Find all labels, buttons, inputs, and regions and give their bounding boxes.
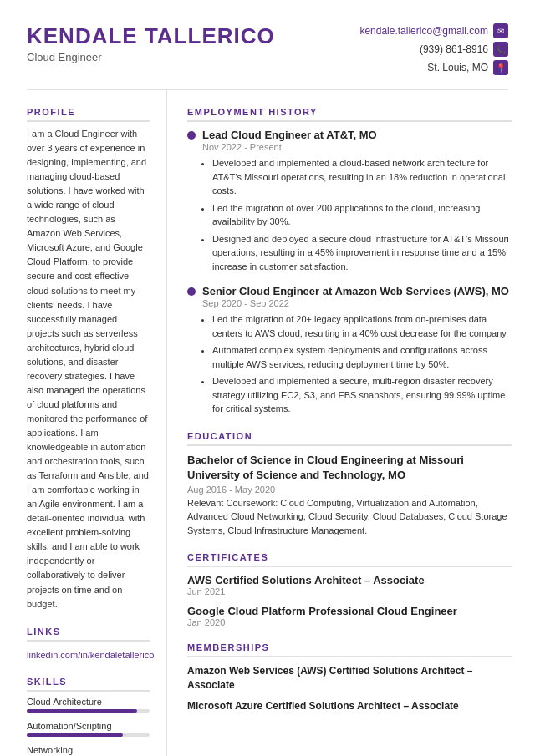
job-bullet: Led the migration of 20+ legacy applicat…: [212, 312, 512, 340]
membership-item: Amazon Web Services (AWS) Certified Solu…: [187, 664, 512, 693]
membership-name: Microsoft Azure Certified Solutions Arch…: [187, 699, 512, 713]
job-bullet: Developed and implemented a cloud-based …: [212, 156, 512, 198]
edu-coursework: Relevant Coursework: Cloud Computing, Vi…: [187, 496, 512, 538]
memberships-section: MEMBERSHIPS Amazon Web Services (AWS) Ce…: [187, 642, 512, 713]
skills-section: SKILLS Cloud Architecture Automation/Scr…: [27, 677, 150, 756]
profile-text: I am a Cloud Engineer with over 3 years …: [27, 127, 150, 611]
candidate-title: Cloud Engineer: [27, 51, 275, 63]
cert-item: Google Cloud Platform Professional Cloud…: [187, 605, 512, 627]
job-date: Sep 2020 - Sep 2022: [202, 298, 512, 308]
membership-item: Microsoft Azure Certified Solutions Arch…: [187, 699, 512, 713]
header-right: kendale.tallerico@gmail.com ✉ (939) 861-…: [359, 23, 508, 75]
links-section: LINKS linkedin.com/in/kendaletallerico: [27, 627, 150, 662]
skills-list: Cloud Architecture Automation/Scripting …: [27, 697, 150, 756]
email-link[interactable]: kendale.tallerico@gmail.com: [359, 25, 488, 37]
job-item: Lead Cloud Engineer at AT&T, MO Nov 2022…: [187, 129, 512, 273]
education-section: EDUCATION Bachelor of Science in Cloud E…: [187, 431, 512, 538]
job-date: Nov 2022 - Present: [202, 142, 512, 152]
job-bullet: Automated complex system deployments and…: [212, 343, 512, 371]
skill-item: Automation/Scripting: [27, 721, 150, 737]
job-item: Senior Cloud Engineer at Amazon Web Serv…: [187, 285, 512, 416]
skill-name: Automation/Scripting: [27, 721, 150, 731]
skill-name: Networking: [27, 745, 150, 755]
education-title: EDUCATION: [187, 431, 512, 446]
job-bullets: Led the migration of 20+ legacy applicat…: [202, 312, 512, 416]
employment-title: EMPLOYMENT HISTORY: [187, 107, 512, 122]
phone-text: (939) 861-8916: [420, 43, 488, 55]
employment-section: EMPLOYMENT HISTORY Lead Cloud Engineer a…: [187, 107, 512, 416]
location-text: St. Louis, MO: [427, 62, 488, 74]
right-column: EMPLOYMENT HISTORY Lead Cloud Engineer a…: [167, 90, 535, 756]
left-column: PROFILE I am a Cloud Engineer with over …: [0, 90, 167, 756]
email-contact: kendale.tallerico@gmail.com ✉: [359, 23, 508, 38]
skill-item: Networking: [27, 745, 150, 756]
certificates-title: CERTIFICATES: [187, 552, 512, 567]
job-dot: [187, 287, 196, 296]
education-item: Bachelor of Science in Cloud Engineering…: [187, 453, 512, 538]
header: KENDALE TALLERICO Cloud Engineer kendale…: [0, 0, 535, 89]
skill-name: Cloud Architecture: [27, 697, 150, 707]
job-bullet: Led the migration of over 200 applicatio…: [212, 201, 512, 229]
linkedin-link[interactable]: linkedin.com/in/kendaletallerico: [27, 650, 154, 660]
certificates-section: CERTIFICATES AWS Certified Solutions Arc…: [187, 552, 512, 627]
location-icon: 📍: [493, 60, 508, 75]
job-bullet: Developed and implemented a secure, mult…: [212, 374, 512, 416]
cert-item: AWS Certified Solutions Architect – Asso…: [187, 574, 512, 596]
job-title: Lead Cloud Engineer at AT&T, MO: [202, 129, 377, 141]
edu-degree: Bachelor of Science in Cloud Engineering…: [187, 453, 512, 483]
job-bullets: Developed and implemented a cloud-based …: [202, 156, 512, 273]
links-title: LINKS: [27, 627, 150, 642]
skills-title: SKILLS: [27, 677, 150, 692]
certs-list: AWS Certified Solutions Architect – Asso…: [187, 574, 512, 627]
memberships-title: MEMBERSHIPS: [187, 642, 512, 657]
memberships-list: Amazon Web Services (AWS) Certified Solu…: [187, 664, 512, 713]
job-header: Lead Cloud Engineer at AT&T, MO: [187, 129, 512, 141]
profile-title: PROFILE: [27, 107, 150, 122]
phone-contact: (939) 861-8916 📞: [420, 42, 508, 57]
edu-date: Aug 2016 - May 2020: [187, 485, 512, 495]
skill-bar-fill: [27, 709, 137, 713]
body: PROFILE I am a Cloud Engineer with over …: [0, 90, 535, 756]
membership-name: Amazon Web Services (AWS) Certified Solu…: [187, 664, 512, 693]
job-title: Senior Cloud Engineer at Amazon Web Serv…: [202, 285, 509, 297]
cert-name: AWS Certified Solutions Architect – Asso…: [187, 574, 512, 586]
profile-section: PROFILE I am a Cloud Engineer with over …: [27, 107, 150, 611]
job-header: Senior Cloud Engineer at Amazon Web Serv…: [187, 285, 512, 297]
cert-name: Google Cloud Platform Professional Cloud…: [187, 605, 512, 617]
candidate-name: KENDALE TALLERICO: [27, 23, 275, 49]
job-bullet: Designed and deployed a secure cloud inf…: [212, 232, 512, 274]
email-icon: ✉: [493, 23, 508, 38]
skill-item: Cloud Architecture: [27, 697, 150, 713]
skill-bar-fill: [27, 733, 123, 737]
jobs-list: Lead Cloud Engineer at AT&T, MO Nov 2022…: [187, 129, 512, 416]
skill-bar-bg: [27, 733, 150, 737]
location-contact: St. Louis, MO 📍: [427, 60, 508, 75]
resume-page: KENDALE TALLERICO Cloud Engineer kendale…: [0, 0, 535, 756]
header-left: KENDALE TALLERICO Cloud Engineer: [27, 23, 275, 63]
phone-icon: 📞: [493, 42, 508, 57]
skill-bar-bg: [27, 709, 150, 713]
job-dot: [187, 131, 196, 140]
cert-date: Jun 2021: [187, 586, 512, 596]
cert-date: Jan 2020: [187, 617, 512, 627]
